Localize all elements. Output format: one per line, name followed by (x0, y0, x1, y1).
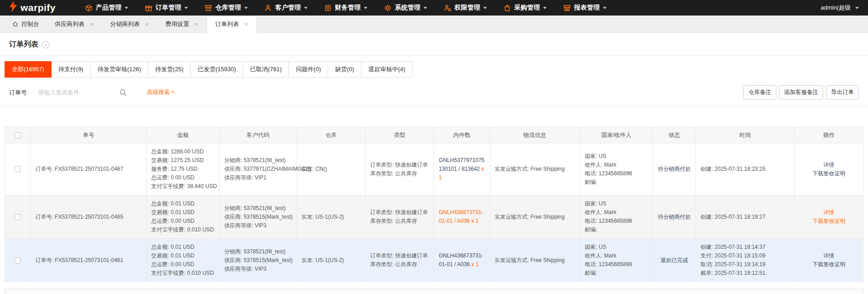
download-receipt-link[interactable]: 下载签收证明 (799, 169, 858, 178)
download-receipt-link[interactable]: 下载签收证明 (799, 217, 858, 226)
row-select-cell (5, 239, 31, 282)
filter-tab[interactable]: 问题件(0) (288, 61, 328, 78)
amount-cell-line: 服务费: 12.75 USD (151, 165, 214, 173)
download-receipt-link[interactable]: 下载签收证明 (799, 260, 858, 269)
nav-menu-order[interactable]: 订单管理 (145, 4, 188, 12)
filter-tab[interactable]: 待发货审核(126) (90, 61, 148, 78)
parcel-cell: GNLH436873731-01-01 / A036 x 1 (434, 195, 490, 239)
recipient-cell-line: 邮编: (585, 226, 648, 234)
time-cell-line: 创建: 2025-07-31 18:19:27 (701, 213, 790, 221)
close-icon[interactable]: × (245, 21, 248, 27)
column-header: 物流信息 (490, 127, 580, 143)
time-cell-line: 支付: 2025-07-31 18:15:09 (701, 252, 790, 260)
row-checkbox[interactable] (15, 214, 21, 220)
tab-label: 费用设置 (165, 20, 189, 28)
tab-费用设置[interactable]: 费用设置× (157, 16, 206, 32)
nav-menu-warehouse[interactable]: 仓库管理 (204, 4, 248, 12)
status-cell: 待分销商付款 (653, 195, 696, 239)
parcel-qty: x 1 (471, 261, 479, 268)
close-icon[interactable]: × (90, 21, 94, 27)
nav-menu-label: 财务管理 (335, 4, 361, 12)
recipient-cell-line: 收件人: Mark (585, 252, 648, 260)
warehouse-cell: 实发: US-1(US-2) (297, 239, 365, 282)
nav-menu-label: 系统管理 (395, 4, 420, 12)
column-header: 单号 (31, 127, 146, 143)
search-input[interactable] (38, 89, 106, 96)
next-row-sliver (5, 289, 863, 294)
action-button-导出订单[interactable]: 导出订单 (826, 85, 859, 100)
detail-link[interactable]: 详情 (799, 208, 858, 217)
filter-tab[interactable]: 退款审核中(4) (361, 61, 413, 78)
system-icon (384, 4, 392, 12)
amount-cell-line: 交易额: 0.01 USD (151, 252, 214, 260)
tab-供应商列表[interactable]: 供应商列表× (47, 16, 102, 32)
customer-code-cell-line: 分销商: 5378521(fill_test) (224, 204, 292, 213)
status-filter-tabs: 全部(16957)待支付(9)待发货审核(126)待发货(25)已发货(1593… (5, 61, 863, 78)
column-header: 客户代码 (220, 127, 297, 143)
logo-bolt-icon (9, 1, 18, 14)
app-logo[interactable]: warpify (9, 1, 56, 14)
detail-link[interactable]: 详情 (799, 252, 858, 260)
filter-tab[interactable]: 待发货(25) (148, 61, 191, 78)
action-button-添加客服备注[interactable]: 添加客服备注 (779, 85, 823, 100)
tab-订单列表[interactable]: 订单列表× (207, 16, 257, 33)
filter-tab[interactable]: 待支付(9) (51, 61, 91, 78)
info-icon[interactable]: i (42, 41, 49, 48)
chevron-down-icon (483, 7, 487, 9)
nav-menu-product[interactable]: 产品管理 (85, 4, 128, 12)
parcel-cell: GNLH436873731-01-01 / A036 x 1 (434, 239, 490, 282)
open-tabs-bar: 控制台 供应商列表×分销商列表×费用设置×订单列表× (0, 16, 868, 33)
tab-分销商列表[interactable]: 分销商列表× (102, 16, 157, 32)
toolbar-actions: 仓库备注添加客服备注导出订单 (743, 85, 859, 100)
column-header: 状态 (653, 127, 696, 143)
detail-link[interactable]: 详情 (799, 161, 858, 169)
row-checkbox[interactable] (15, 257, 21, 263)
row-select-cell (5, 195, 31, 239)
order-type-cell-line: 库存类型: 公共库存 (370, 217, 429, 226)
page-title: 订单列表 (9, 40, 38, 49)
filter-tab[interactable]: 全部(16957) (5, 61, 52, 78)
tab-console[interactable]: 控制台 (5, 16, 47, 32)
report-icon (563, 4, 571, 12)
select-all-checkbox[interactable] (15, 132, 21, 138)
nav-menu-label: 采购管理 (514, 4, 540, 12)
order-type-cell-line: 订单类型: 快速创建订单 (370, 161, 429, 169)
amount-cell-line: 总运费: 0.00 USD (151, 260, 214, 269)
column-header: 国家/收件人 (580, 127, 653, 143)
nav-menu-system[interactable]: 系统管理 (384, 4, 427, 12)
row-checkbox[interactable] (15, 166, 21, 172)
advanced-search-toggle[interactable]: 高级搜索 (147, 89, 175, 96)
nav-menu-purchase[interactable]: 采购管理 (503, 4, 547, 12)
order-type-cell-line: 订单类型: 快速创建订单 (370, 208, 429, 217)
close-icon[interactable]: × (145, 21, 149, 27)
order-number-cell: 订单号: FX5378521-25073101-0467 (31, 143, 146, 195)
action-button-仓库备注[interactable]: 仓库备注 (743, 85, 776, 100)
advanced-search-label: 高级搜索 (147, 89, 170, 96)
recipient-cell-line: 邮编: (585, 178, 648, 187)
time-cell: 创建: 2025-07-31 18:23:25 (696, 143, 795, 195)
filter-tab[interactable]: 缺货(0) (328, 61, 361, 78)
logistics-cell: 实发运输方式: Free Shipping (490, 239, 580, 282)
time-cell-line: 截单: 2025-07-31 19:12:51 (701, 269, 790, 278)
column-header: 操作 (795, 127, 863, 143)
filter-tab[interactable]: 已发货(15930) (190, 61, 243, 78)
chevron-down-icon (244, 7, 248, 9)
chevron-down-icon (125, 7, 128, 9)
amount-cell-line: 支付宝手续费: 38.640 USD (151, 182, 214, 191)
nav-menu-customer[interactable]: 客户管理 (264, 4, 308, 12)
recipient-cell-line: 国家: US (585, 152, 648, 161)
order-number-cell: 订单号: FX5378521-25073101-0465 (31, 195, 146, 239)
table-row: 订单号: FX5378521-25073101-0461总金额: 0.01 US… (5, 239, 863, 282)
close-icon[interactable]: × (194, 21, 198, 27)
customer-code-cell: 分销商: 5378521(fill_test)供应商: 5378515(Mark… (220, 239, 297, 282)
search-button[interactable] (119, 89, 127, 96)
nav-menu-finance[interactable]: 财务管理 (324, 4, 367, 12)
operations-cell: 详情下载签收证明 (795, 239, 863, 282)
nav-menu-permission[interactable]: 权限管理 (444, 4, 487, 12)
time-cell-line: 取消: 2025-07-31 19:14:19 (701, 260, 790, 269)
logo-text: warpify (21, 2, 56, 13)
user-menu[interactable]: admin(超级 (821, 4, 859, 12)
filter-tab[interactable]: 已取消(781) (243, 61, 289, 78)
nav-menu-report[interactable]: 报表管理 (563, 4, 607, 12)
parcel-cell: GNLH5377971075130101 / 813642 x 1 (434, 143, 490, 195)
